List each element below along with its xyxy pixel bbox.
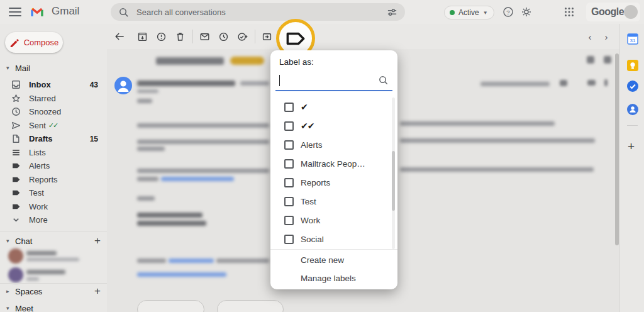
text-cursor — [279, 75, 280, 86]
status-label: Active — [458, 8, 479, 17]
label-option-social[interactable]: Social — [270, 230, 397, 248]
settings-gear-icon[interactable] — [519, 4, 534, 20]
redacted-text — [137, 169, 269, 173]
google-account-chip[interactable]: Google — [586, 3, 640, 21]
redacted-text — [137, 147, 165, 151]
mark-unread-icon[interactable] — [197, 29, 212, 44]
search-bar[interactable] — [111, 3, 405, 21]
left-sidebar: Compose ▾ Mail Inbox43StarredSnoozedSent… — [0, 24, 107, 312]
forward-button[interactable] — [217, 300, 284, 312]
create-new-option[interactable]: Create new — [270, 251, 397, 269]
sidebar-item-label: Inbox — [29, 80, 51, 89]
redacted-link[interactable] — [169, 259, 214, 263]
archive-icon[interactable] — [135, 29, 150, 44]
move-to-icon[interactable] — [259, 29, 274, 44]
redacted-signature — [137, 221, 206, 226]
checkbox[interactable] — [284, 121, 294, 131]
label-option-mailtrackpeop[interactable]: Mailtrack Peop… — [270, 154, 397, 173]
menu-title: Label as: — [279, 57, 314, 67]
checkbox[interactable] — [284, 103, 294, 112]
sidebar-section-spaces[interactable]: ▸ Spaces + — [6, 286, 101, 297]
sidebar-item-inbox[interactable]: Inbox43 — [0, 78, 107, 92]
reply-icon[interactable] — [587, 80, 596, 86]
snooze-icon[interactable] — [216, 29, 231, 44]
redacted-text — [137, 99, 152, 103]
sidebar-item-test[interactable]: Test — [0, 186, 107, 200]
checkbox[interactable] — [284, 178, 294, 187]
back-icon[interactable] — [112, 29, 127, 44]
label-search-input[interactable] — [279, 73, 374, 88]
delete-icon[interactable] — [172, 29, 187, 44]
search-input[interactable] — [135, 7, 387, 18]
redacted-link[interactable] — [137, 272, 226, 277]
divider — [0, 283, 107, 284]
svg-text:?: ? — [506, 9, 509, 16]
help-icon[interactable]: ? — [501, 4, 516, 20]
manage-labels-option[interactable]: Manage labels — [270, 269, 397, 287]
label-option-work[interactable]: Work — [270, 211, 397, 230]
sidebar-item-alerts[interactable]: Alerts — [0, 159, 107, 173]
checkbox[interactable] — [284, 159, 294, 169]
compose-button[interactable]: Compose — [5, 32, 63, 53]
sidebar-section-chat[interactable]: ▾ Chat + — [6, 235, 101, 247]
reply-button[interactable] — [137, 300, 204, 312]
search-icon — [378, 75, 389, 86]
new-chat-button[interactable]: + — [94, 235, 101, 247]
checkbox[interactable] — [284, 140, 294, 150]
sidebar-item-more[interactable]: More — [0, 213, 107, 227]
sidebar-item-starred[interactable]: Starred — [0, 92, 107, 106]
sidebar-item-icon — [11, 94, 21, 103]
new-space-button[interactable]: + — [94, 285, 101, 298]
status-selector[interactable]: Active ▼ — [444, 6, 494, 20]
gmail-logo-icon[interactable] — [30, 6, 44, 17]
add-to-tasks-icon[interactable] — [235, 29, 250, 44]
report-spam-icon[interactable] — [153, 29, 169, 44]
main-scrollbar[interactable] — [615, 53, 619, 245]
label-icon — [286, 31, 305, 46]
newer-email-icon[interactable]: ‹ — [582, 29, 597, 44]
gmail-app-window: Gmail Active ▼ ? Google — [0, 0, 644, 312]
sender-avatar — [114, 77, 132, 94]
label-option-text: Work — [301, 216, 320, 225]
redacted-text — [137, 177, 158, 181]
checkbox[interactable] — [284, 235, 294, 244]
contacts-icon[interactable] — [627, 104, 638, 115]
menu-scrollbar[interactable] — [392, 98, 395, 249]
label-option-reports[interactable]: Reports — [270, 173, 397, 192]
keep-icon[interactable] — [627, 60, 638, 71]
more-options-icon[interactable] — [604, 79, 608, 86]
sidebar-item-snoozed[interactable]: Snoozed — [0, 105, 107, 119]
main-menu-icon[interactable] — [9, 8, 21, 16]
calendar-icon[interactable]: 31 — [627, 33, 638, 45]
redacted-link[interactable] — [161, 177, 234, 181]
label-option-alerts[interactable]: Alerts — [270, 135, 397, 154]
older-email-icon[interactable]: › — [599, 29, 614, 44]
star-icon[interactable] — [560, 80, 567, 86]
tasks-icon[interactable] — [627, 81, 638, 92]
label-option-[interactable]: ✔✔ — [270, 116, 397, 135]
avatar[interactable] — [624, 5, 638, 19]
tune-icon[interactable] — [387, 7, 397, 18]
checkbox[interactable] — [284, 197, 294, 206]
scrollbar-thumb[interactable] — [392, 151, 395, 211]
redacted-text — [400, 138, 595, 143]
right-side-panel: 31 + — [619, 24, 644, 312]
redacted-text — [216, 259, 269, 263]
sidebar-item-reports[interactable]: Reports — [0, 173, 107, 187]
print-icon[interactable] — [587, 56, 594, 64]
label-option-[interactable]: ✔ — [270, 98, 397, 116]
redacted-text — [137, 259, 166, 263]
redacted-date — [480, 82, 550, 86]
add-addon-button[interactable]: + — [628, 140, 635, 153]
sidebar-item-lists[interactable]: Lists — [0, 146, 107, 160]
label-option-test[interactable]: Test — [270, 192, 397, 211]
apps-grid-icon[interactable] — [562, 4, 577, 20]
sidebar-section-meet[interactable]: ▾ Meet — [6, 303, 101, 312]
sidebar-item-work[interactable]: Work — [0, 200, 107, 214]
open-in-new-icon[interactable] — [604, 56, 611, 64]
sidebar-item-sent[interactable]: Sent✓✓ — [0, 119, 107, 133]
checkbox[interactable] — [284, 216, 294, 225]
sidebar-item-drafts[interactable]: Drafts15 — [0, 132, 107, 146]
sidebar-section-mail[interactable]: ▾ Mail — [6, 62, 101, 74]
label-option-text: Alerts — [301, 140, 323, 150]
